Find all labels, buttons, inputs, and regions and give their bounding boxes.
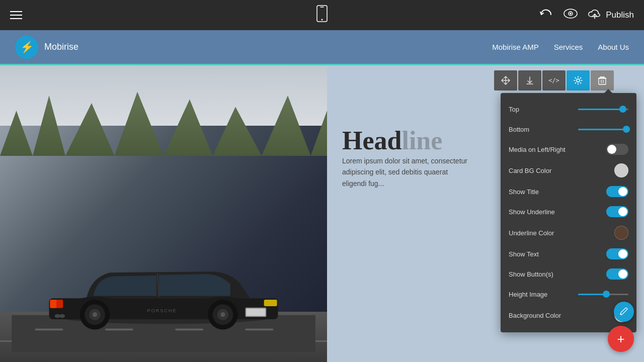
car-background: PORSCHE <box>0 65 327 362</box>
settings-row-height-image: Height Image <box>501 284 636 304</box>
phone-icon <box>316 12 328 25</box>
svg-point-5 <box>570 13 572 15</box>
top-bar: Publish <box>0 0 644 30</box>
settings-media-toggle-knob <box>607 145 616 154</box>
settings-row-top: Top <box>501 99 636 119</box>
svg-point-36 <box>577 79 580 82</box>
settings-underline-color-swatch[interactable] <box>614 226 628 240</box>
settings-row-show-title: Show Title <box>501 182 636 202</box>
top-bar-right: Publish <box>539 8 634 23</box>
car-image-section: PORSCHE <box>0 65 327 362</box>
toolbar-delete-button[interactable] <box>591 70 614 90</box>
settings-bottom-fill <box>578 129 626 130</box>
settings-underline-color-label: Underline Color <box>509 229 554 237</box>
svg-text:PORSCHE: PORSCHE <box>147 308 177 313</box>
svg-point-31 <box>59 314 65 318</box>
settings-row-bottom: Bottom <box>501 119 636 139</box>
toolbar-move-button[interactable] <box>494 70 517 90</box>
content-text: Lorem ipsum dolor sit amet, consectetur … <box>342 155 468 189</box>
right-content-section: </> <box>327 65 644 362</box>
settings-height-thumb <box>603 291 610 298</box>
toolbar-download-button[interactable] <box>518 70 541 90</box>
settings-show-underline-label: Show Underline <box>509 208 555 216</box>
nav-item-about[interactable]: About Us <box>598 43 629 51</box>
site-header: ⚡ Mobirise Mobirise AMP Services About U… <box>0 30 644 65</box>
settings-show-buttons-toggle[interactable] <box>606 268 628 280</box>
settings-row-card-color: Card BG Color <box>501 159 636 182</box>
settings-bottom-thumb <box>623 126 630 133</box>
undo-button[interactable] <box>539 8 553 23</box>
settings-show-text-toggle-knob <box>618 249 627 258</box>
svg-rect-28 <box>246 309 265 316</box>
settings-top-label: Top <box>509 106 519 113</box>
settings-top-thumb <box>619 106 626 113</box>
settings-show-buttons-toggle-knob <box>618 269 627 279</box>
settings-height-slider[interactable] <box>578 294 628 295</box>
settings-bottom-label: Bottom <box>509 126 529 133</box>
settings-show-title-toggle-knob <box>618 187 627 196</box>
svg-rect-18 <box>264 300 277 306</box>
top-bar-left <box>10 11 22 19</box>
settings-row-show-text: Show Text <box>501 244 636 264</box>
nav-item-services[interactable]: Services <box>554 43 583 51</box>
main-area: PORSCHE <box>0 65 644 362</box>
svg-point-26 <box>220 312 225 317</box>
settings-row-show-underline: Show Underline <box>501 202 636 222</box>
settings-show-title-label: Show Title <box>509 188 539 196</box>
add-fab-button[interactable]: + <box>608 326 634 352</box>
settings-media-label: Media on Left/Right <box>509 146 566 153</box>
site-name: Mobirise <box>44 42 78 52</box>
settings-top-slider[interactable] <box>578 109 628 110</box>
settings-row-underline-color: Underline Color <box>501 222 636 244</box>
settings-show-underline-toggle[interactable] <box>606 206 628 217</box>
publish-label: Publish <box>606 10 634 20</box>
toolbar-settings-button[interactable] <box>567 70 590 90</box>
svg-point-1 <box>321 19 323 21</box>
settings-card-color-swatch[interactable] <box>614 163 628 177</box>
settings-show-text-label: Show Text <box>509 250 539 258</box>
toolbar-code-button[interactable]: </> <box>542 70 566 90</box>
svg-rect-37 <box>599 78 606 84</box>
settings-bottom-slider[interactable] <box>578 129 628 130</box>
svg-rect-12 <box>246 329 274 331</box>
settings-height-fill <box>578 294 606 295</box>
top-bar-center <box>316 5 328 25</box>
site-logo: ⚡ Mobirise <box>15 36 78 59</box>
nav-item-mobirise-amp[interactable]: Mobirise AMP <box>492 43 539 51</box>
pencil-fab-button[interactable] <box>614 302 634 322</box>
logo-icon: ⚡ <box>15 36 38 59</box>
preview-button[interactable] <box>564 9 578 22</box>
settings-card-color-label: Card BG Color <box>509 167 551 174</box>
settings-media-toggle[interactable] <box>606 144 628 155</box>
settings-row-show-buttons: Show Button(s) <box>501 264 636 284</box>
settings-panel: Top Bottom Media on Left/Right <box>501 93 636 332</box>
hamburger-menu[interactable] <box>10 11 22 19</box>
settings-show-underline-toggle-knob <box>618 207 627 216</box>
settings-show-buttons-label: Show Button(s) <box>509 270 553 278</box>
site-nav: Mobirise AMP Services About Us <box>492 43 629 51</box>
svg-rect-17 <box>50 300 56 308</box>
svg-rect-11 <box>175 329 203 331</box>
publish-button[interactable]: Publish <box>588 9 634 22</box>
settings-row-media: Media on Left/Right <box>501 139 636 159</box>
toolbar: </> <box>494 70 614 90</box>
settings-top-fill <box>578 109 622 110</box>
settings-show-title-toggle[interactable] <box>606 186 628 197</box>
panel-arrow <box>604 89 612 93</box>
svg-rect-10 <box>105 329 133 331</box>
settings-bg-color-label: Background Color <box>509 312 561 319</box>
svg-point-22 <box>93 312 97 317</box>
car-silhouette: PORSCHE <box>0 221 327 352</box>
publish-cloud-icon <box>588 9 602 22</box>
settings-show-text-toggle[interactable] <box>606 248 628 259</box>
svg-rect-9 <box>35 329 63 331</box>
settings-height-image-label: Height Image <box>509 291 547 298</box>
